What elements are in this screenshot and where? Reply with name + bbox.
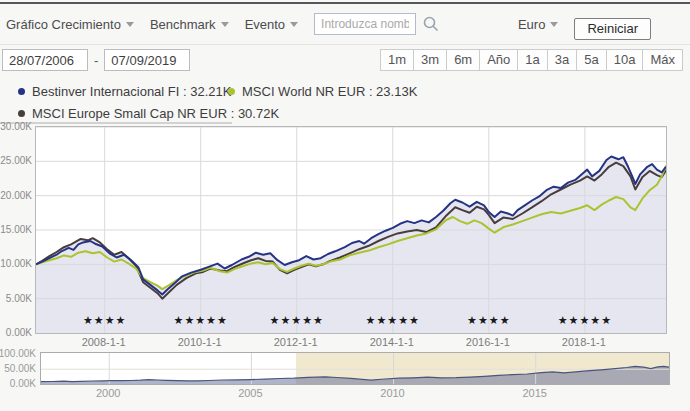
menu-chart-type[interactable]: Gráfico Crecimiento bbox=[6, 17, 134, 32]
legend-label: MSCI World NR EUR : 23.13K bbox=[242, 84, 417, 99]
y-tick-label: 20.00K bbox=[0, 190, 32, 201]
range-button-3a[interactable]: 3a bbox=[547, 49, 577, 71]
chart-toolbar: Gráfico Crecimiento Benchmark Evento Eur… bbox=[0, 4, 690, 45]
x-tick-label: 2008-1-1 bbox=[72, 336, 136, 348]
y-tick-label: 0.00K bbox=[6, 327, 32, 338]
rating-stars: ★★★★★ bbox=[366, 314, 420, 326]
legend-item[interactable]: MSCI World NR EUR : 23.13K bbox=[228, 84, 417, 99]
range-button-10a[interactable]: 10a bbox=[606, 49, 644, 71]
date-and-range-controls: - 1m3m6mAño1a3a5a10aMáx bbox=[0, 45, 690, 77]
x-tick-label: 2014-1-1 bbox=[360, 336, 424, 348]
y-tick-label: 30.00K bbox=[0, 121, 32, 132]
search-icon[interactable] bbox=[422, 15, 440, 33]
legend-item[interactable]: Bestinver Internacional FI : 32.21K bbox=[18, 84, 228, 99]
rating-stars: ★★★★★ bbox=[174, 314, 228, 326]
chevron-down-icon bbox=[221, 22, 229, 27]
x-tick-label: 2018-1-1 bbox=[552, 336, 616, 348]
x-tick-label: 2000 bbox=[83, 387, 133, 399]
growth-chart-page: Gráfico Crecimiento Benchmark Evento Eur… bbox=[0, 0, 690, 411]
main-chart-plot[interactable]: ★★★★★★★★★★★★★★★★★★★★★★★★★★★★ bbox=[35, 126, 667, 334]
x-tick-label: 2010 bbox=[368, 387, 418, 399]
legend-dot-icon bbox=[228, 88, 235, 95]
range-button-máx[interactable]: Máx bbox=[642, 49, 683, 71]
menu-currency-label: Euro bbox=[518, 17, 545, 32]
menu-event[interactable]: Evento bbox=[245, 17, 298, 32]
x-tick-label: 2015 bbox=[510, 387, 560, 399]
legend-dot-icon bbox=[18, 88, 25, 95]
range-button-1a[interactable]: 1a bbox=[517, 49, 547, 71]
rating-stars: ★★★★★ bbox=[270, 314, 324, 326]
x-tick-label: 2016-1-1 bbox=[456, 336, 520, 348]
y-tick-label: 5.00K bbox=[6, 293, 32, 304]
range-button-1m[interactable]: 1m bbox=[380, 49, 414, 71]
y-tick-label: 10.00K bbox=[0, 258, 32, 269]
range-selector-plot[interactable] bbox=[40, 352, 670, 385]
chevron-down-icon bbox=[126, 22, 134, 27]
legend-row: Bestinver Internacional FI : 32.21KMSCI … bbox=[18, 83, 417, 99]
legend-label: Bestinver Internacional FI : 32.21K bbox=[32, 84, 231, 99]
x-tick-label: 2010-1-1 bbox=[168, 336, 232, 348]
legend-divider bbox=[0, 122, 232, 124]
legend-row: MSCI Europe Small Cap NR EUR : 30.72K bbox=[18, 105, 279, 121]
date-range: - bbox=[2, 49, 190, 71]
legend-dot-icon bbox=[18, 110, 25, 117]
x-tick-label: 2012-1-1 bbox=[264, 336, 328, 348]
y-tick-label: 0.00K bbox=[10, 378, 36, 389]
chevron-down-icon bbox=[550, 22, 558, 27]
legend-label: MSCI Europe Small Cap NR EUR : 30.72K bbox=[32, 106, 279, 121]
chevron-down-icon bbox=[290, 22, 298, 27]
x-tick-label: 2005 bbox=[225, 387, 275, 399]
date-separator: - bbox=[94, 53, 98, 68]
range-button-año[interactable]: Año bbox=[479, 49, 518, 71]
mini-chart-x-axis: 2000200520102015 bbox=[40, 387, 670, 401]
menu-chart-type-label: Gráfico Crecimiento bbox=[6, 17, 121, 32]
menu-benchmark-label: Benchmark bbox=[150, 17, 216, 32]
end-date-input[interactable] bbox=[104, 49, 190, 71]
range-button-group: 1m3m6mAño1a3a5a10aMáx bbox=[381, 49, 683, 71]
menu-benchmark[interactable]: Benchmark bbox=[150, 17, 229, 32]
main-chart-x-axis: 2008-1-12010-1-12012-1-12014-1-12016-1-1… bbox=[35, 336, 667, 350]
y-tick-label: 100.00K bbox=[0, 348, 36, 359]
rating-stars: ★★★★ bbox=[83, 314, 126, 326]
range-button-5a[interactable]: 5a bbox=[576, 49, 606, 71]
rating-stars: ★★★★★ bbox=[558, 314, 612, 326]
menu-currency[interactable]: Euro bbox=[518, 17, 558, 32]
main-chart-y-axis: 30.00K25.00K20.00K15.00K10.00K5.00K0.00K bbox=[0, 126, 33, 334]
range-button-6m[interactable]: 6m bbox=[446, 49, 480, 71]
mini-chart-y-axis: 100.00K50.00K0.00K bbox=[0, 348, 38, 388]
range-button-3m[interactable]: 3m bbox=[413, 49, 447, 71]
reset-button[interactable]: Reiniciar bbox=[574, 18, 651, 40]
y-tick-label: 25.00K bbox=[0, 155, 32, 166]
range-selector-svg bbox=[41, 353, 669, 384]
rating-stars: ★★★★ bbox=[467, 314, 510, 326]
y-tick-label: 15.00K bbox=[0, 224, 32, 235]
main-chart-svg: ★★★★★★★★★★★★★★★★★★★★★★★★★★★★ bbox=[36, 127, 666, 333]
y-tick-label: 50.00K bbox=[4, 363, 36, 374]
start-date-input[interactable] bbox=[2, 49, 88, 71]
menu-event-label: Evento bbox=[245, 17, 285, 32]
legend-item[interactable]: MSCI Europe Small Cap NR EUR : 30.72K bbox=[18, 106, 279, 121]
search-input[interactable] bbox=[314, 13, 416, 35]
